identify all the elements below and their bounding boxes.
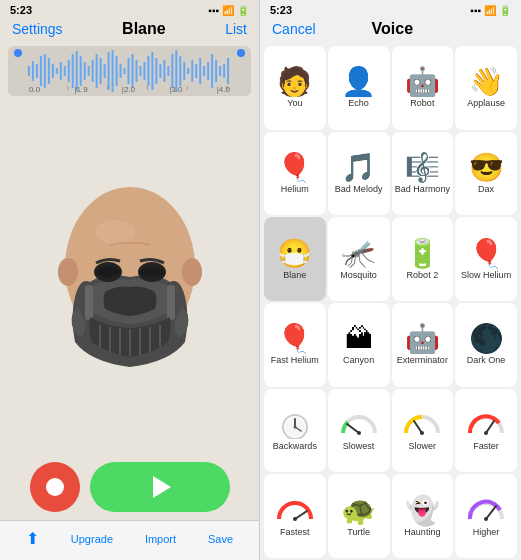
svg-rect-24 [124, 68, 126, 74]
mosquito-label: Mosquito [340, 271, 377, 281]
svg-rect-45 [207, 62, 209, 80]
record-button[interactable] [30, 462, 80, 512]
svg-rect-19 [104, 64, 106, 78]
voice-dark-one[interactable]: 🌑 Dark One [455, 303, 517, 387]
voice-dax[interactable]: 😎 Dax [455, 132, 517, 216]
cancel-button[interactable]: Cancel [272, 21, 316, 37]
svg-rect-41 [191, 60, 193, 82]
svg-point-58 [58, 258, 78, 286]
voice-slower[interactable]: Slower [392, 389, 454, 473]
voice-exterminator[interactable]: 🤖 Exterminator [392, 303, 454, 387]
svg-rect-36 [171, 54, 173, 88]
upgrade-label: Upgrade [71, 533, 113, 545]
right-status-icons: ▪▪▪ 📶 🔋 [470, 5, 511, 16]
svg-rect-6 [52, 64, 54, 78]
svg-point-81 [420, 431, 424, 435]
right-status-bar: 5:23 ▪▪▪ 📶 🔋 [260, 0, 521, 18]
voice-blane[interactable]: 😷 Blane [264, 217, 326, 301]
voice-haunting[interactable]: 👻 Haunting [392, 474, 454, 558]
svg-rect-8 [60, 62, 62, 80]
svg-rect-50 [227, 58, 229, 84]
voice-canyon[interactable]: 🏔 Canyon [328, 303, 390, 387]
backwards-gauge-icon [273, 409, 317, 439]
svg-rect-7 [56, 68, 58, 74]
voice-echo[interactable]: 👤 Echo [328, 46, 390, 130]
svg-rect-60 [85, 285, 93, 320]
haunting-icon: 👻 [405, 497, 440, 525]
share-toolbar-item[interactable]: ⬆ [26, 529, 39, 548]
svg-rect-3 [40, 56, 42, 86]
svg-point-77 [293, 426, 296, 429]
upgrade-toolbar-item[interactable]: Upgrade [71, 533, 113, 545]
voice-faster[interactable]: Faster [455, 389, 517, 473]
svg-rect-22 [116, 56, 118, 86]
voice-turtle[interactable]: 🐢 Turtle [328, 474, 390, 558]
svg-rect-30 [147, 56, 149, 86]
canyon-icon: 🏔 [345, 325, 373, 353]
voice-bad-melody[interactable]: 🎵 Bad Melody [328, 132, 390, 216]
waveform-handle-right[interactable] [237, 49, 245, 57]
svg-rect-42 [195, 64, 197, 78]
svg-rect-25 [128, 58, 130, 84]
right-nav: Cancel Voice [260, 18, 521, 44]
voice-robot2[interactable]: 🔋 Robot 2 [392, 217, 454, 301]
turtle-icon: 🐢 [341, 497, 376, 525]
right-wifi-icon: 📶 [484, 5, 496, 16]
fastest-gauge-icon [273, 495, 317, 525]
svg-point-59 [182, 258, 202, 286]
waveform-area[interactable]: 0.0|1.9|2.0|3.0|4.0 [8, 46, 251, 96]
voice-backwards[interactable]: Backwards [264, 389, 326, 473]
left-nav-title: Blane [122, 20, 166, 38]
haunting-label: Haunting [404, 528, 440, 538]
voice-helium[interactable]: 🎈 Helium [264, 132, 326, 216]
svg-rect-2 [36, 64, 38, 78]
voice-slowest[interactable]: Slowest [328, 389, 390, 473]
svg-rect-43 [199, 58, 201, 84]
svg-point-71 [96, 267, 120, 277]
svg-point-79 [357, 431, 361, 435]
svg-rect-35 [167, 66, 169, 76]
blane-icon: 😷 [277, 240, 312, 268]
left-status-icons: ▪▪▪ 📶 🔋 [208, 5, 249, 16]
waveform-handle-left[interactable] [14, 49, 22, 57]
voice-slow-helium[interactable]: 🎈 Slow Helium [455, 217, 517, 301]
mic-icon [46, 478, 64, 496]
import-toolbar-item[interactable]: Import [145, 533, 176, 545]
you-icon: 🧑 [277, 68, 312, 96]
slower-gauge-icon [400, 409, 444, 439]
right-battery-icon: 🔋 [499, 5, 511, 16]
list-button[interactable]: List [225, 21, 247, 37]
left-status-time: 5:23 [10, 4, 32, 16]
settings-button[interactable]: Settings [12, 21, 63, 37]
echo-label: Echo [348, 99, 369, 109]
svg-rect-5 [48, 58, 50, 84]
bad-harmony-icon: 🎼 [405, 154, 440, 182]
svg-rect-47 [215, 60, 217, 82]
controls-area [0, 454, 259, 520]
bad-melody-label: Bad Melody [335, 185, 383, 195]
voice-you[interactable]: 🧑 You [264, 46, 326, 130]
voice-fastest[interactable]: Fastest [264, 474, 326, 558]
echo-icon: 👤 [341, 68, 376, 96]
svg-rect-61 [167, 285, 175, 320]
blane-label: Blane [283, 271, 306, 281]
voice-higher[interactable]: Higher [455, 474, 517, 558]
save-toolbar-item[interactable]: Save [208, 533, 233, 545]
svg-rect-18 [100, 58, 102, 84]
svg-rect-46 [211, 54, 213, 88]
voice-mosquito[interactable]: 🦟 Mosquito [328, 217, 390, 301]
svg-rect-38 [179, 56, 181, 86]
faster-gauge-icon [464, 409, 508, 439]
svg-rect-15 [88, 66, 90, 76]
svg-point-83 [484, 431, 488, 435]
svg-rect-1 [32, 61, 34, 81]
slow-helium-label: Slow Helium [461, 271, 511, 281]
voice-bad-harmony[interactable]: 🎼 Bad Harmony [392, 132, 454, 216]
right-status-time: 5:23 [270, 4, 292, 16]
svg-line-86 [486, 506, 496, 519]
voice-fast-helium[interactable]: 🎈 Fast Helium [264, 303, 326, 387]
voice-applause[interactable]: 👋 Applause [455, 46, 517, 130]
play-button[interactable] [90, 462, 230, 512]
voice-robot[interactable]: 🤖 Robot [392, 46, 454, 130]
waveform-labels: 0.0|1.9|2.0|3.0|4.0 [8, 85, 251, 94]
